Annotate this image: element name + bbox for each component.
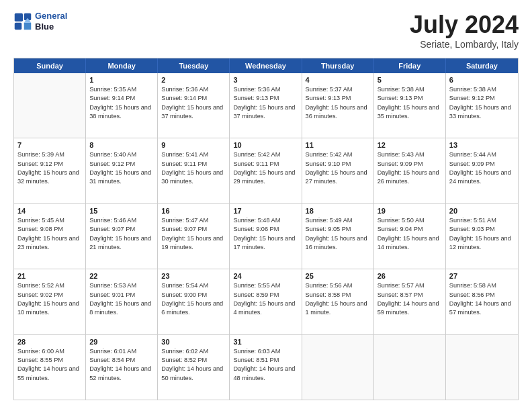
calendar-cell: 28Sunrise: 6:00 AMSunset: 8:55 PMDayligh…: [14, 335, 86, 400]
calendar-cell: 21Sunrise: 5:52 AMSunset: 9:02 PMDayligh…: [14, 269, 86, 334]
day-info: Sunrise: 5:52 AMSunset: 9:02 PMDaylight:…: [17, 281, 82, 317]
calendar-header-row: SundayMondayTuesdayWednesdayThursdayFrid…: [14, 58, 518, 73]
day-info: Sunrise: 5:55 AMSunset: 8:59 PMDaylight:…: [233, 281, 298, 317]
calendar-header-cell: Sunday: [14, 58, 86, 73]
day-number: 14: [17, 207, 82, 215]
page: General Blue July 2024 Seriate, Lombardy…: [0, 0, 532, 411]
main-title: July 2024: [410, 11, 519, 39]
day-number: 2: [161, 76, 226, 84]
day-info: Sunrise: 5:45 AMSunset: 9:08 PMDaylight:…: [17, 216, 82, 252]
calendar-cell: 24Sunrise: 5:55 AMSunset: 8:59 PMDayligh…: [230, 269, 302, 334]
day-number: 29: [89, 338, 154, 346]
day-info: Sunrise: 5:40 AMSunset: 9:12 PMDaylight:…: [89, 150, 154, 186]
calendar-header-cell: Tuesday: [158, 58, 230, 73]
calendar-cell: 31Sunrise: 6:03 AMSunset: 8:51 PMDayligh…: [230, 335, 302, 400]
calendar-cell: [14, 73, 86, 138]
day-number: 4: [306, 76, 370, 84]
day-number: 5: [378, 76, 442, 84]
day-info: Sunrise: 5:37 AMSunset: 9:13 PMDaylight:…: [306, 85, 370, 121]
calendar-cell: 29Sunrise: 6:01 AMSunset: 8:54 PMDayligh…: [86, 335, 158, 400]
calendar-header-cell: Friday: [374, 58, 446, 73]
day-info: Sunrise: 6:03 AMSunset: 8:51 PMDaylight:…: [233, 347, 298, 383]
calendar-cell: 9Sunrise: 5:41 AMSunset: 9:11 PMDaylight…: [158, 138, 230, 203]
calendar-cell: 26Sunrise: 5:57 AMSunset: 8:57 PMDayligh…: [374, 269, 446, 334]
calendar-cell: 7Sunrise: 5:39 AMSunset: 9:12 PMDaylight…: [14, 138, 86, 203]
calendar-cell: 4Sunrise: 5:37 AMSunset: 9:13 PMDaylight…: [302, 73, 374, 138]
day-number: 18: [306, 207, 370, 215]
calendar-cell: 1Sunrise: 5:35 AMSunset: 9:14 PMDaylight…: [86, 73, 158, 138]
day-number: 3: [233, 76, 298, 84]
day-info: Sunrise: 5:47 AMSunset: 9:07 PMDaylight:…: [161, 216, 226, 252]
svg-marker-3: [24, 22, 32, 30]
day-info: Sunrise: 5:50 AMSunset: 9:04 PMDaylight:…: [378, 216, 442, 252]
day-info: Sunrise: 5:56 AMSunset: 8:58 PMDaylight:…: [306, 281, 370, 317]
day-number: 26: [378, 272, 442, 280]
calendar-cell: 22Sunrise: 5:53 AMSunset: 9:01 PMDayligh…: [86, 269, 158, 334]
day-number: 23: [161, 272, 226, 280]
calendar-week: 7Sunrise: 5:39 AMSunset: 9:12 PMDaylight…: [14, 138, 518, 203]
day-info: Sunrise: 6:01 AMSunset: 8:54 PMDaylight:…: [89, 347, 154, 383]
day-number: 27: [449, 272, 515, 280]
day-info: Sunrise: 5:57 AMSunset: 8:57 PMDaylight:…: [378, 281, 442, 317]
day-info: Sunrise: 6:02 AMSunset: 8:52 PMDaylight:…: [161, 347, 226, 383]
day-info: Sunrise: 5:39 AMSunset: 9:12 PMDaylight:…: [17, 150, 82, 186]
calendar-header-cell: Monday: [86, 58, 158, 73]
day-info: Sunrise: 5:36 AMSunset: 9:14 PMDaylight:…: [161, 85, 226, 121]
calendar-cell: 5Sunrise: 5:38 AMSunset: 9:13 PMDaylight…: [374, 73, 446, 138]
day-number: 30: [161, 338, 226, 346]
day-info: Sunrise: 5:43 AMSunset: 9:09 PMDaylight:…: [378, 150, 442, 186]
calendar-cell: 17Sunrise: 5:48 AMSunset: 9:06 PMDayligh…: [230, 204, 302, 269]
day-number: 9: [161, 141, 226, 149]
day-info: Sunrise: 5:48 AMSunset: 9:06 PMDaylight:…: [233, 216, 298, 252]
calendar-cell: 30Sunrise: 6:02 AMSunset: 8:52 PMDayligh…: [158, 335, 230, 400]
subtitle: Seriate, Lombardy, Italy: [410, 39, 519, 50]
calendar-cell: 8Sunrise: 5:40 AMSunset: 9:12 PMDaylight…: [86, 138, 158, 203]
day-number: 10: [233, 141, 298, 149]
calendar-body: 1Sunrise: 5:35 AMSunset: 9:14 PMDaylight…: [14, 73, 518, 400]
calendar-cell: [374, 335, 446, 400]
day-number: 6: [449, 76, 515, 84]
svg-rect-0: [15, 13, 23, 21]
calendar-cell: 18Sunrise: 5:49 AMSunset: 9:05 PMDayligh…: [302, 204, 374, 269]
calendar-cell: 16Sunrise: 5:47 AMSunset: 9:07 PMDayligh…: [158, 204, 230, 269]
calendar-cell: 14Sunrise: 5:45 AMSunset: 9:08 PMDayligh…: [14, 204, 86, 269]
calendar-cell: 23Sunrise: 5:54 AMSunset: 9:00 PMDayligh…: [158, 269, 230, 334]
day-info: Sunrise: 5:42 AMSunset: 9:10 PMDaylight:…: [306, 150, 370, 186]
day-info: Sunrise: 5:35 AMSunset: 9:14 PMDaylight:…: [89, 85, 154, 121]
day-info: Sunrise: 5:49 AMSunset: 9:05 PMDaylight:…: [306, 216, 370, 252]
calendar: SundayMondayTuesdayWednesdayThursdayFrid…: [13, 58, 519, 400]
calendar-cell: 3Sunrise: 5:36 AMSunset: 9:13 PMDaylight…: [230, 73, 302, 138]
calendar-week: 1Sunrise: 5:35 AMSunset: 9:14 PMDaylight…: [14, 73, 518, 138]
day-info: Sunrise: 5:38 AMSunset: 9:12 PMDaylight:…: [449, 85, 515, 121]
header: General Blue July 2024 Seriate, Lombardy…: [13, 11, 519, 50]
calendar-cell: 27Sunrise: 5:58 AMSunset: 8:56 PMDayligh…: [446, 269, 518, 334]
calendar-header-cell: Saturday: [446, 58, 518, 73]
day-info: Sunrise: 5:53 AMSunset: 9:01 PMDaylight:…: [89, 281, 154, 317]
day-number: 16: [161, 207, 226, 215]
logo-text: General Blue: [35, 11, 67, 32]
day-info: Sunrise: 5:51 AMSunset: 9:03 PMDaylight:…: [449, 216, 515, 252]
svg-rect-2: [15, 22, 22, 30]
calendar-week: 28Sunrise: 6:00 AMSunset: 8:55 PMDayligh…: [14, 335, 518, 400]
day-number: 1: [89, 76, 154, 84]
day-number: 22: [89, 272, 154, 280]
calendar-cell: 19Sunrise: 5:50 AMSunset: 9:04 PMDayligh…: [374, 204, 446, 269]
calendar-cell: 25Sunrise: 5:56 AMSunset: 8:58 PMDayligh…: [302, 269, 374, 334]
calendar-cell: [302, 335, 374, 400]
day-number: 28: [17, 338, 82, 346]
calendar-header-cell: Thursday: [302, 58, 374, 73]
logo-icon: [13, 12, 32, 31]
day-number: 8: [89, 141, 154, 149]
calendar-cell: 10Sunrise: 5:42 AMSunset: 9:11 PMDayligh…: [230, 138, 302, 203]
calendar-header-cell: Wednesday: [230, 58, 302, 73]
day-info: Sunrise: 5:38 AMSunset: 9:13 PMDaylight:…: [378, 85, 442, 121]
calendar-cell: 20Sunrise: 5:51 AMSunset: 9:03 PMDayligh…: [446, 204, 518, 269]
calendar-cell: 12Sunrise: 5:43 AMSunset: 9:09 PMDayligh…: [374, 138, 446, 203]
calendar-cell: 2Sunrise: 5:36 AMSunset: 9:14 PMDaylight…: [158, 73, 230, 138]
calendar-cell: 11Sunrise: 5:42 AMSunset: 9:10 PMDayligh…: [302, 138, 374, 203]
day-number: 15: [89, 207, 154, 215]
day-info: Sunrise: 5:42 AMSunset: 9:11 PMDaylight:…: [233, 150, 298, 186]
calendar-cell: 13Sunrise: 5:44 AMSunset: 9:09 PMDayligh…: [446, 138, 518, 203]
day-number: 21: [17, 272, 82, 280]
logo: General Blue: [13, 11, 67, 32]
